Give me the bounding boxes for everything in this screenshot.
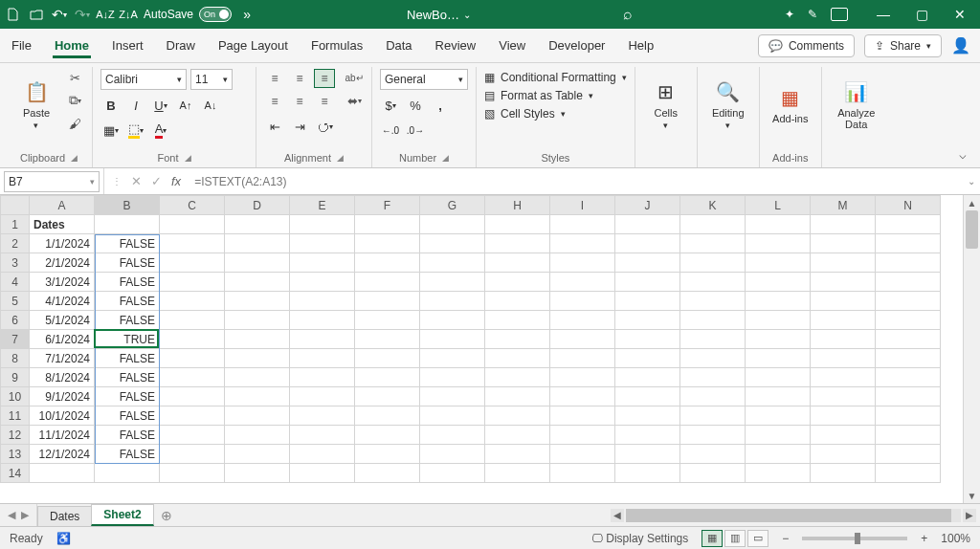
font-dialog-launcher[interactable]: ◢ (185, 153, 191, 163)
cell-M1[interactable] (811, 215, 876, 234)
cell-M10[interactable] (811, 387, 876, 406)
cell-K7[interactable] (680, 330, 746, 349)
cell-H10[interactable] (485, 387, 550, 406)
align-top-icon[interactable]: ≡ (264, 69, 285, 88)
cell-B7[interactable]: TRUE (95, 330, 160, 349)
cell-J7[interactable] (615, 330, 680, 349)
autosave-toggle[interactable]: AutoSave On (144, 7, 232, 22)
cell-H4[interactable] (485, 273, 550, 292)
zoom-level[interactable]: 100% (941, 532, 970, 545)
accessibility-icon[interactable]: ♿ (56, 532, 71, 545)
percent-format-icon[interactable]: % (405, 96, 426, 115)
cell-B13[interactable]: FALSE (95, 445, 160, 464)
cell-F13[interactable] (355, 445, 420, 464)
cancel-formula-icon[interactable]: ✕ (131, 174, 142, 188)
cell-E1[interactable] (290, 215, 355, 234)
cell-A6[interactable]: 5/1/2024 (30, 311, 95, 330)
col-header-K[interactable]: K (680, 196, 746, 215)
comments-button[interactable]: 💬 Comments (758, 34, 855, 57)
cell-H7[interactable] (485, 330, 550, 349)
cell-N1[interactable] (876, 215, 941, 234)
cell-L6[interactable] (746, 311, 811, 330)
cell-L14[interactable] (746, 464, 811, 483)
cell-D4[interactable] (225, 273, 290, 292)
row-header-14[interactable]: 14 (1, 464, 30, 483)
cell-N3[interactable] (876, 253, 941, 273)
wrap-text-icon[interactable]: ab↵ (345, 69, 364, 86)
increase-indent-icon[interactable]: ⇥ (289, 117, 310, 136)
underline-icon[interactable]: U▾ (150, 96, 171, 115)
new-file-icon[interactable] (6, 7, 21, 22)
col-header-C[interactable]: C (160, 196, 225, 215)
cell-H13[interactable] (485, 445, 550, 464)
formula-input[interactable]: =ISTEXT(A2:A13) (189, 171, 963, 192)
col-header-G[interactable]: G (420, 196, 485, 215)
cell-I12[interactable] (550, 426, 615, 445)
cell-N2[interactable] (876, 234, 941, 253)
cell-C2[interactable] (160, 234, 225, 253)
cell-E13[interactable] (290, 445, 355, 464)
col-header-J[interactable]: J (615, 196, 680, 215)
cell-N9[interactable] (876, 368, 941, 387)
cell-H6[interactable] (485, 311, 550, 330)
cell-L12[interactable] (746, 426, 811, 445)
cell-F9[interactable] (355, 368, 420, 387)
borders-icon[interactable]: ▦▾ (100, 121, 122, 140)
cell-D14[interactable] (225, 464, 290, 483)
scroll-up-icon[interactable]: ▲ (964, 195, 980, 210)
collapse-ribbon-icon[interactable]: ⌵ (959, 147, 974, 167)
format-painter-icon[interactable]: 🖌 (65, 115, 84, 132)
cell-H14[interactable] (485, 464, 550, 483)
tab-home[interactable]: Home (53, 33, 91, 58)
cell-A5[interactable]: 4/1/2024 (30, 292, 95, 311)
cell-N11[interactable] (876, 406, 941, 426)
font-name-select[interactable]: Calibri▾ (100, 69, 187, 90)
document-name[interactable]: NewBo…⌄ (407, 8, 471, 22)
sort-desc-icon[interactable]: Z↓A (121, 7, 136, 22)
cell-B12[interactable]: FALSE (95, 426, 160, 445)
cell-D12[interactable] (225, 426, 290, 445)
page-layout-view-icon[interactable]: ▥ (724, 530, 746, 547)
cell-G7[interactable] (420, 330, 485, 349)
cell-K3[interactable] (680, 253, 746, 273)
cell-F11[interactable] (355, 406, 420, 426)
cell-H9[interactable] (485, 368, 550, 387)
cell-K1[interactable] (680, 215, 746, 234)
cell-C12[interactable] (160, 426, 225, 445)
number-dialog-launcher[interactable]: ◢ (442, 153, 449, 163)
col-header-D[interactable]: D (225, 196, 290, 215)
comma-format-icon[interactable]: , (430, 96, 451, 115)
cell-F3[interactable] (355, 253, 420, 273)
cell-F8[interactable] (355, 349, 420, 368)
row-header-8[interactable]: 8 (1, 349, 30, 368)
cell-C11[interactable] (160, 406, 225, 426)
cell-B11[interactable]: FALSE (95, 406, 160, 426)
cell-N7[interactable] (876, 330, 941, 349)
cell-J2[interactable] (615, 234, 680, 253)
row-header-6[interactable]: 6 (1, 311, 30, 330)
analyze-data-button[interactable]: 📊Analyze Data (830, 69, 883, 140)
premium-icon[interactable]: ✦ (785, 8, 794, 21)
editing-button[interactable]: 🔍Editing▾ (705, 69, 751, 140)
redo-icon[interactable]: ↷▾ (75, 7, 90, 22)
row-header-12[interactable]: 12 (1, 426, 30, 445)
font-color-icon[interactable]: A▾ (150, 121, 171, 140)
cell-H2[interactable] (485, 234, 550, 253)
cell-E14[interactable] (290, 464, 355, 483)
font-size-select[interactable]: 11▾ (190, 69, 233, 90)
cell-E2[interactable] (290, 234, 355, 253)
cell-B5[interactable]: FALSE (95, 292, 160, 311)
cell-A10[interactable]: 9/1/2024 (30, 387, 95, 406)
sheet-tab-sheet2[interactable]: Sheet2 (91, 504, 153, 526)
sheet-tab-dates[interactable]: Dates (37, 506, 92, 526)
paste-button[interactable]: 📋 Paste▾ (13, 69, 59, 140)
expand-formula-bar-icon[interactable]: ⌄ (963, 176, 980, 187)
col-header-I[interactable]: I (550, 196, 615, 215)
row-header-13[interactable]: 13 (1, 445, 30, 464)
cell-E10[interactable] (290, 387, 355, 406)
tab-help[interactable]: Help (626, 33, 656, 58)
cell-G4[interactable] (420, 273, 485, 292)
cell-N12[interactable] (876, 426, 941, 445)
undo-icon[interactable]: ↶▾ (52, 7, 67, 22)
cell-C9[interactable] (160, 368, 225, 387)
